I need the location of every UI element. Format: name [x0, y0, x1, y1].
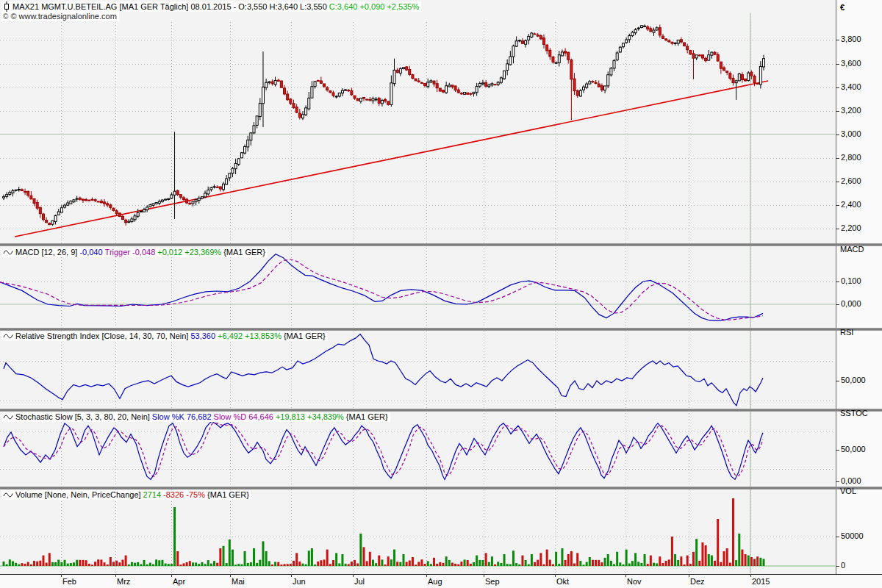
volume-bar — [592, 560, 594, 566]
volume-bar — [204, 564, 207, 566]
panel-separator[interactable] — [0, 328, 882, 331]
volume-bar — [265, 551, 268, 566]
axis-tick-mark — [836, 304, 839, 305]
candle-body — [356, 98, 359, 101]
volume-bar — [445, 556, 448, 566]
volume-bar — [741, 550, 743, 566]
volume-bar — [457, 564, 459, 566]
candle-body — [104, 202, 106, 204]
vol-axis-tick: 50000 — [841, 531, 864, 540]
candle-body — [179, 195, 182, 198]
volume-bar — [698, 561, 700, 566]
panel-separator[interactable] — [0, 487, 882, 490]
volume-bar — [726, 548, 728, 566]
candle-body — [549, 50, 551, 57]
volume-bar — [137, 562, 139, 566]
volume-bar — [317, 562, 319, 566]
candle-body — [85, 200, 87, 201]
candle-body — [369, 99, 371, 100]
volume-bar — [354, 560, 356, 566]
volume-bar — [326, 550, 329, 566]
x-axis-tick-mark — [230, 574, 231, 577]
candle-body — [326, 87, 329, 90]
volume-bar — [515, 563, 517, 566]
axis-tick-mark — [836, 64, 839, 65]
volume-bar — [76, 560, 78, 566]
candle-body — [277, 80, 279, 81]
volume-bar — [750, 557, 753, 566]
volume-bar — [311, 548, 313, 566]
stochastic-panel-header[interactable]: Stochastic Slow [5, 3, 3, 80, 20, Nein] … — [1, 412, 390, 422]
candle-body — [125, 220, 127, 223]
x-axis-tick-mark — [353, 574, 354, 577]
x-axis-tick-mark — [291, 574, 292, 577]
volume-bar — [671, 537, 673, 566]
candle-body — [219, 187, 221, 189]
volume-bar — [143, 560, 146, 566]
x-axis-label-nov: Nov — [627, 577, 642, 586]
candle-body — [3, 197, 5, 198]
volume-bar — [631, 561, 634, 566]
panel-separator[interactable] — [0, 243, 882, 246]
candle-body — [338, 93, 340, 96]
candle-body — [656, 28, 658, 30]
volume-bar — [637, 562, 639, 566]
volume-bar — [481, 560, 484, 566]
candle-body — [301, 115, 304, 118]
volume-bar — [372, 560, 374, 566]
volume-bar — [393, 550, 395, 566]
candle-body — [320, 81, 322, 83]
candle-body — [271, 82, 273, 84]
volume-bar — [478, 560, 481, 566]
candle-body — [436, 84, 438, 88]
rsi-panel-header[interactable]: Relative Strength Index [Close, 14, 30, … — [1, 331, 328, 341]
volume-bar — [24, 564, 26, 566]
candle-body — [253, 126, 255, 133]
candle-body — [311, 87, 313, 98]
volume-bar — [222, 546, 224, 566]
volume-bar — [268, 561, 270, 566]
volume-bar — [668, 559, 670, 566]
candle-body — [521, 41, 523, 44]
volume-bar — [33, 561, 35, 566]
volume-bar — [653, 563, 655, 566]
volume-panel-header[interactable]: Volume [None, Nein, PriceChange] 2714 -8… — [1, 490, 251, 500]
candle-body — [345, 90, 347, 90]
candle-body — [201, 197, 203, 198]
header-segment: C:3,640 +0,090 +2,535% — [329, 2, 419, 11]
volume-bar — [121, 560, 123, 566]
candle-body — [610, 68, 612, 75]
volume-bar — [503, 554, 506, 566]
x-axis-tick-mark — [115, 574, 116, 577]
candle-body — [42, 214, 44, 219]
volume-bar — [595, 560, 597, 566]
candle-body — [229, 173, 231, 178]
volume-bar — [259, 560, 261, 566]
candle-body — [512, 46, 514, 57]
volume-bar — [537, 560, 539, 566]
volume-bar — [720, 562, 722, 566]
candle-body — [100, 201, 102, 203]
header-segment: MAX21 MGMT.U.BETEIL.AG [MA1 GER Täglich]… — [12, 2, 329, 11]
candle-body — [698, 55, 700, 56]
indicator-wave-icon — [3, 249, 13, 256]
macd-panel-header[interactable]: MACD [12, 26, 9] -0,040 Trigger -0,048 +… — [1, 248, 268, 257]
candle-body — [317, 81, 319, 82]
volume-bar — [497, 562, 499, 566]
candle-body — [543, 38, 545, 45]
candle-body — [509, 57, 512, 65]
candle-body — [76, 198, 78, 199]
volume-bar — [219, 548, 221, 566]
candle-body — [750, 72, 753, 76]
volume-bar — [271, 564, 273, 566]
candle-body — [195, 200, 197, 202]
header-segment: Stochastic Slow [5, 3, 3, 80, 20, Nein] — [15, 412, 150, 422]
candle-body — [149, 205, 151, 207]
chart-title[interactable]: MAX21 MGMT.U.BETEIL.AG [MA1 GER Täglich]… — [1, 1, 421, 12]
panel-separator[interactable] — [0, 409, 882, 412]
candle-body — [433, 81, 435, 84]
volume-bar — [161, 560, 163, 566]
volume-bar — [509, 564, 512, 566]
candle-body — [531, 33, 533, 37]
x-axis-tick-mark — [426, 574, 427, 577]
